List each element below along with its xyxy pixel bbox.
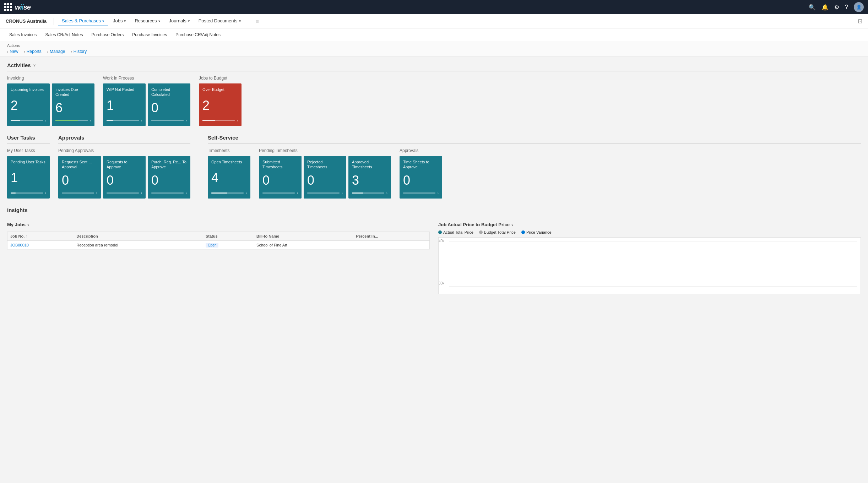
legend-item-budget: Budget Total Price	[479, 230, 516, 234]
cue-card-purch-req[interactable]: Purch. Req. Re... To Approve 0 ›	[148, 156, 190, 199]
sub-menu-item-sales-cr[interactable]: Sales CR/Adj Notes	[42, 30, 86, 39]
menu-item-posted-docs[interactable]: Posted Documents ∨	[195, 16, 245, 26]
menu-item-jobs[interactable]: Jobs ∨	[109, 16, 130, 26]
cue-card-timesheets-to-approve[interactable]: Time Sheets to Approve 0 ›	[400, 156, 442, 199]
chart-bars-container	[449, 241, 857, 287]
arrow-right-icon: ›	[45, 191, 46, 195]
avatar[interactable]: 👤	[854, 2, 864, 12]
job-status-cell: Open	[203, 241, 254, 250]
insights-header: Insights	[7, 207, 861, 216]
sub-menu-item-purchase-orders[interactable]: Purchase Orders	[88, 30, 127, 39]
approvals-section: Approvals Pending Approvals Requests Sen…	[58, 135, 190, 199]
cue-card-pending-user-tasks[interactable]: Pending User Tasks 1 ›	[7, 156, 50, 199]
cue-card-upcoming-invoices[interactable]: Upcoming Invoices 2 ›	[7, 83, 50, 126]
action-new[interactable]: › New	[7, 49, 18, 54]
timesheets-approvals-label: Approvals	[400, 148, 442, 153]
wip-cards: WIP Not Posted 1 › Completed - Calculate…	[103, 83, 190, 126]
actions-items: › New › Reports › Manage › History	[7, 49, 861, 54]
cue-card-footer: ›	[202, 119, 238, 123]
timesheets-group: Timesheets Open Timesheets 4 ›	[208, 148, 250, 199]
cue-card-label: WIP Not Posted	[107, 87, 142, 92]
menu-item-journals[interactable]: Journals ∨	[166, 16, 194, 26]
top-bar: wiise 🔍 🔔 ⚙ ? 👤	[0, 0, 868, 14]
action-manage[interactable]: › Manage	[47, 49, 65, 54]
chevron-right-icon: ›	[7, 50, 8, 54]
job-percent-cell	[353, 241, 429, 250]
help-icon[interactable]: ?	[845, 4, 848, 10]
my-jobs-panel: My Jobs ∨ Job No. ↑ Description	[7, 222, 430, 294]
cue-card-requests-sent[interactable]: Requests Sent ... Approval 0 ›	[58, 156, 101, 199]
chevron-down-icon[interactable]: ∨	[27, 223, 29, 227]
arrow-right-icon: ›	[90, 119, 91, 123]
cue-card-open-timesheets[interactable]: Open Timesheets 4 ›	[208, 156, 250, 199]
cue-card-footer: ›	[107, 119, 142, 123]
sub-menu-item-sales-invoices[interactable]: Sales Invoices	[6, 30, 40, 39]
legend-item-variance: Price Variance	[521, 230, 552, 234]
cue-card-label: Open Timesheets	[211, 159, 247, 164]
job-link[interactable]: JOB00010	[10, 243, 29, 247]
action-history[interactable]: › History	[71, 49, 87, 54]
timesheets-approvals-cards: Time Sheets to Approve 0 ›	[400, 156, 442, 199]
wip-label: Work in Process	[103, 76, 190, 81]
cue-card-label: Requests Sent ... Approval	[62, 159, 97, 170]
self-service-title: Self-Service	[208, 135, 238, 141]
bottom-row: User Tasks My User Tasks Pending User Ta…	[7, 135, 861, 199]
cue-card-completed-calculated[interactable]: Completed - Calculated 0 ›	[148, 83, 190, 126]
cue-card-over-budget[interactable]: Over Budget 2 ›	[199, 83, 242, 126]
user-tasks-group-label: My User Tasks	[7, 148, 50, 153]
job-billto-cell: School of Fine Art	[254, 241, 353, 250]
progress-bar	[55, 120, 88, 121]
cue-card-footer: ›	[11, 119, 46, 123]
jobs-col-jobno[interactable]: Job No. ↑	[7, 232, 74, 241]
legend-item-actual: Actual Total Price	[438, 230, 473, 234]
cue-card-footer: ›	[151, 191, 187, 195]
menu-divider	[54, 18, 54, 25]
sub-menu-item-purchase-cr[interactable]: Purchase CR/Adj Notes	[172, 30, 224, 39]
sub-menu-item-purchase-invoices[interactable]: Purchase Invoices	[129, 30, 170, 39]
chevron-down-icon: ∨	[239, 19, 241, 23]
cue-card-value: 0	[151, 102, 187, 114]
cue-card-wip-not-posted[interactable]: WIP Not Posted 1 ›	[103, 83, 146, 126]
legend-dot-actual	[438, 230, 442, 234]
chevron-right-icon: ›	[24, 50, 25, 54]
chart-panel: Job Actual Price to Budget Price ∨ Actua…	[438, 222, 861, 294]
cue-card-footer: ›	[62, 191, 97, 195]
approvals-header-row: Approvals	[58, 135, 190, 144]
self-service-header-row: Self-Service	[208, 135, 861, 144]
menu-item-sales[interactable]: Sales & Purchases ∨	[58, 16, 108, 26]
chart-header: Job Actual Price to Budget Price ∨	[438, 222, 861, 227]
pending-timesheets-label: Pending Timesheets	[259, 148, 391, 153]
hamburger-button[interactable]: ≡	[254, 16, 261, 27]
approvals-title: Approvals	[58, 135, 84, 141]
cue-card-value: 4	[211, 172, 247, 184]
cue-card-submitted-timesheets[interactable]: Submitted Timesheets 0 ›	[259, 156, 302, 199]
progress-bar	[151, 192, 184, 194]
cue-card-rejected-timesheets[interactable]: Rejected Timesheets 0 ›	[304, 156, 346, 199]
menu-item-resources[interactable]: Resources ∨	[131, 16, 164, 26]
action-reports[interactable]: › Reports	[24, 49, 41, 54]
jobs-col-billto[interactable]: Bill-to Name	[254, 232, 353, 241]
legend-dot-budget	[479, 230, 483, 234]
jobs-col-percent[interactable]: Percent In...	[353, 232, 429, 241]
cue-card-requests-to-approve[interactable]: Requests to Approve 0 ›	[103, 156, 146, 199]
arrow-right-icon: ›	[141, 119, 142, 123]
cue-card-label: Pending User Tasks	[11, 159, 46, 164]
cue-card-approved-timesheets[interactable]: Approved Timesheets 3 ›	[348, 156, 391, 199]
app-logo[interactable]: wiise	[4, 3, 31, 11]
settings-icon[interactable]: ⚙	[834, 4, 839, 11]
jobs-col-description[interactable]: Description	[74, 232, 203, 241]
search-icon[interactable]: 🔍	[809, 4, 816, 11]
jobs-table-body: JOB00010 Reception area remodel Open Sch…	[7, 241, 430, 250]
bell-icon[interactable]: 🔔	[821, 4, 829, 11]
jobs-col-status[interactable]: Status	[203, 232, 254, 241]
progress-bar	[62, 192, 94, 194]
cue-card-value: 2	[202, 99, 238, 112]
pin-icon[interactable]: ⊡	[858, 18, 862, 25]
cue-card-label: Submitted Timesheets	[262, 159, 298, 170]
job-description-cell: Reception area remodel	[74, 241, 203, 250]
legend-dot-variance	[521, 230, 525, 234]
chevron-down-icon[interactable]: ∨	[511, 223, 514, 227]
cue-card-invoices-due[interactable]: Invoices Due - Created 6 ›	[52, 83, 94, 126]
activities-chevron[interactable]: ∨	[33, 63, 36, 67]
my-jobs-title: My Jobs	[7, 222, 26, 227]
